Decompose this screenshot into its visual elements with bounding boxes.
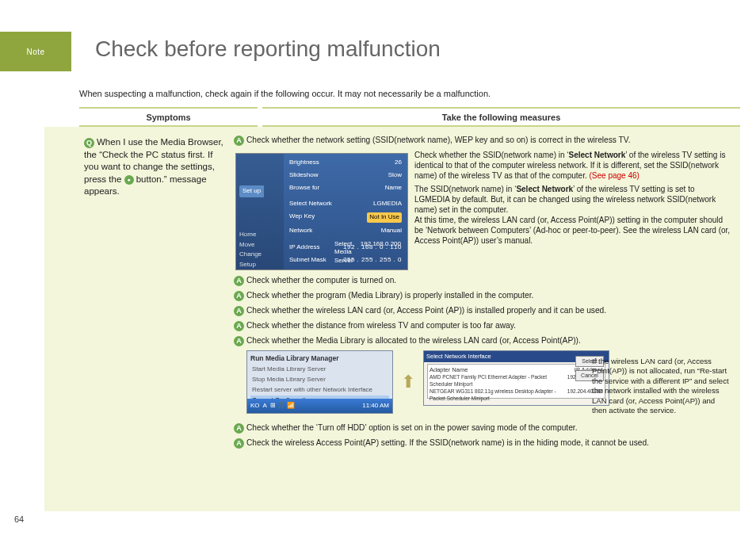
intro-text: When suspecting a malfunction, check aga… xyxy=(79,89,491,98)
row-l: Select Network xyxy=(289,200,332,208)
row-l: Brightness xyxy=(289,159,319,167)
bold: Select Network xyxy=(516,185,573,193)
a-badge: A xyxy=(234,321,244,331)
a-badge: A xyxy=(234,438,244,449)
screenshot-context-menu: Run Media Library Manager Start Media Li… xyxy=(246,350,393,414)
taskbar-time: 11:40 AM xyxy=(362,402,389,411)
symptom-column: QWhen I use the Media Browser, the “Chec… xyxy=(52,132,231,505)
note-tab: Note xyxy=(0,32,71,71)
menu-item: Stop Media Library Server xyxy=(250,375,389,385)
row: AMD PCNET Family PCI Ethernet Adapter - … xyxy=(430,374,567,388)
q-badge: Q xyxy=(84,138,94,148)
t: Check whether the SSID(network name) in … xyxy=(414,151,569,159)
ip-l: IP Address xyxy=(289,243,320,252)
symptoms-header: Symptoms xyxy=(79,107,258,127)
measure-text: Check whether the Media Library is alloc… xyxy=(246,335,731,346)
measure-text: Check whether the computer is turned on. xyxy=(246,275,731,286)
a-badge: A xyxy=(234,136,244,146)
measure-text: Check whether the ‘Turn off HDD’ option … xyxy=(246,422,731,434)
taskbar: KO A ⊞ 🎵 📶 11:40 AM xyxy=(247,399,392,413)
row-r: Manual xyxy=(381,227,402,235)
setup-tab: Set up xyxy=(239,185,264,197)
measure-row: ACheck the wireless Access Point(AP) set… xyxy=(234,438,731,449)
left-item: Home xyxy=(239,231,281,239)
measure-row: A Check whether the network setting (SSI… xyxy=(234,135,731,146)
bold: Select Network xyxy=(569,151,626,159)
left-item: Move xyxy=(239,241,281,250)
bottom-note: If the wireless LAN card (or, Access Poi… xyxy=(592,357,731,416)
a-badge: A xyxy=(234,306,244,316)
col-l: Adapter Name xyxy=(430,366,468,374)
content-panel: QWhen I use the Media Browser, the “Chec… xyxy=(44,127,740,511)
measures-column: A Check whether the network setting (SSI… xyxy=(231,132,732,505)
row-r: Name xyxy=(385,184,402,193)
screenshot-1-block: Set up Home Move Change Setup Brightness… xyxy=(234,150,731,275)
row-r: Slow xyxy=(388,171,402,180)
listbox: Adapter NameIP Address AMD PCNET Family … xyxy=(427,364,605,399)
measure-text: Check whether the network setting (SSID(… xyxy=(246,135,731,146)
row-l: Network xyxy=(289,227,312,235)
row: NETGEAR WG311 802.11g wireless Desktop A… xyxy=(430,388,567,403)
menu-item: Start Media Library Server xyxy=(250,365,389,375)
row-r: 26 xyxy=(395,159,402,167)
left-item: Setup xyxy=(239,261,281,269)
taskbar-lang: KO xyxy=(250,402,260,409)
a-badge: A xyxy=(234,336,244,346)
measure-text: Check whether the wireless LAN card (or,… xyxy=(246,305,731,316)
measure-text: Check the wireless Access Point(AP) sett… xyxy=(246,438,731,449)
t: ’ of the wireless TV setting is set to L… xyxy=(414,185,730,245)
measure-text: Check whether the program (Media Library… xyxy=(246,290,731,301)
measure-row: ACheck whether the Media Library is allo… xyxy=(234,335,731,346)
ip-r: 192 . 168 . 0 . 1 xyxy=(351,268,402,270)
measure-row: ACheck whether the ‘Turn off HDD’ option… xyxy=(234,422,731,434)
left-item: Change xyxy=(239,250,281,259)
row-l: Wep Key xyxy=(289,212,315,223)
a-badge: A xyxy=(234,276,244,286)
measure-row: ACheck whether the distance from wireles… xyxy=(234,320,731,331)
measure-row: ACheck whether the computer is turned on… xyxy=(234,275,731,286)
footer-r: 192.168.0.200 xyxy=(361,240,401,266)
page-number: 64 xyxy=(14,514,24,524)
arrow-up-icon: ⬆ xyxy=(401,373,415,391)
taskbar-a: A xyxy=(263,402,267,409)
measure-text: Check whether the distance from wireless… xyxy=(246,320,731,331)
a-badge: A xyxy=(234,291,244,301)
measures-header: Take the following measures xyxy=(262,107,740,127)
a-badge: A xyxy=(234,423,244,434)
screenshot-setup: Set up Home Move Change Setup Brightness… xyxy=(235,153,408,270)
row-r-highlight: Not In Use xyxy=(367,212,402,223)
row-l: Slideshow xyxy=(289,171,318,180)
page-ref: (See page 46) xyxy=(589,171,639,180)
measure-row: ACheck whether the program (Media Librar… xyxy=(234,290,731,301)
record-button-icon: ● xyxy=(124,175,134,185)
screenshot-select-network: Select Network Interface Adapter NameIP … xyxy=(423,350,609,406)
column-headers: Symptoms Take the following measures xyxy=(79,107,740,127)
footer-l: Select Media Server xyxy=(334,240,361,266)
row-r: LGMEDIA xyxy=(373,200,402,208)
measure-row: ACheck whether the wireless LAN card (or… xyxy=(234,305,731,316)
menu-title: Run Media Library Manager xyxy=(250,354,389,363)
menu-item: Restart server with other Network Interf… xyxy=(250,385,389,396)
t: The SSID(network name) in ‘ xyxy=(414,185,516,193)
ip-l: Gateway xyxy=(289,268,315,270)
ip-l: Subnet Mask xyxy=(289,256,326,265)
row-l: Browse for xyxy=(289,184,319,193)
page-title: Check before reporting malfunction xyxy=(95,36,441,62)
